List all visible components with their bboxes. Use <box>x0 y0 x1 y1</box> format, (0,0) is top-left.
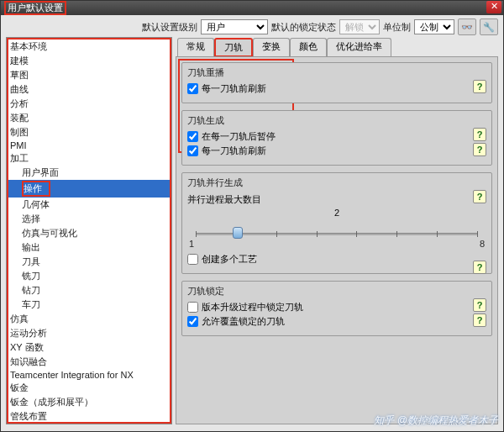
tree-item[interactable]: XY 函数 <box>7 340 171 355</box>
tree-item[interactable]: 管线布置 <box>7 409 171 424</box>
cb-gen-refresh[interactable] <box>187 145 198 156</box>
slider-thumb[interactable] <box>233 227 243 239</box>
tree-item[interactable]: 加工 <box>7 151 171 166</box>
group-parallel: 刀轨并行生成 并行进程最大数目 2 18 创建多个工艺 ? ? <box>181 172 492 274</box>
group-replay: 刀轨重播 每一刀轨前刷新 ? <box>181 62 492 103</box>
tree-item[interactable]: 曲线 <box>7 82 171 97</box>
tree-item[interactable]: 建模 <box>7 54 171 68</box>
unit-select[interactable]: 公制 <box>414 19 454 34</box>
help-icon[interactable]: ? <box>473 313 486 327</box>
tree-item[interactable]: Teamcenter Integration for NX <box>7 369 171 381</box>
cb-replay-label: 每一刀轨前刷新 <box>202 82 266 95</box>
tree-item[interactable]: 仿真与可视化 <box>7 226 171 240</box>
tree-item[interactable]: 仿真 <box>7 312 171 326</box>
help-icon[interactable]: ? <box>473 298 486 312</box>
tab[interactable]: 常规 <box>177 38 214 57</box>
cb-gen-refresh-label: 每一刀轨前刷新 <box>202 145 266 157</box>
level-label: 默认设置级别 <box>142 21 197 34</box>
tree-item[interactable]: 分析 <box>7 97 171 111</box>
help-icon[interactable]: ? <box>473 128 486 141</box>
tree-item[interactable]: 草图 <box>7 68 171 82</box>
tree-item[interactable]: 用户界面 <box>7 166 171 180</box>
glasses-icon[interactable]: 👓 <box>458 18 476 35</box>
tab[interactable]: 刀轨 <box>214 38 253 57</box>
tree-item[interactable]: 基本环境 <box>7 40 171 54</box>
tree-item[interactable]: PMI <box>7 140 171 151</box>
cb-lock-upgrade[interactable] <box>187 302 198 313</box>
close-icon[interactable]: ✕ <box>486 1 501 13</box>
slider-track[interactable] <box>196 233 478 235</box>
tree-item[interactable]: 装配 <box>7 111 171 125</box>
group-generate: 刀轨生成 在每一刀轨后暂停 每一刀轨前刷新 ? ? <box>181 110 492 166</box>
help-icon[interactable]: ? <box>473 261 486 274</box>
tab-content: 刀轨重播 每一刀轨前刷新 ? 刀轨生成 在每一刀轨后暂停 每一刀轨前刷新 ? ?… <box>176 56 498 424</box>
tree-item[interactable]: 操作 <box>7 180 171 198</box>
tree-item[interactable]: 几何体 <box>7 198 171 212</box>
help-icon[interactable]: ? <box>473 80 486 93</box>
cb-lock-override-label: 允许覆盖锁定的刀轨 <box>202 315 285 328</box>
help-icon[interactable]: ? <box>473 143 486 156</box>
tree-item[interactable]: 制图 <box>7 125 171 140</box>
group-replay-title: 刀轨重播 <box>187 66 486 79</box>
level-select[interactable]: 用户 <box>201 19 268 34</box>
cb-multi-process[interactable] <box>187 254 198 265</box>
group-lock-title: 刀轨锁定 <box>187 285 486 298</box>
tree-item[interactable]: 钻刀 <box>7 283 171 298</box>
tree-item[interactable]: 知识融合 <box>7 355 171 369</box>
group-lock: 刀轨锁定 版本升级过程中锁定刀轨 允许覆盖锁定的刀轨 ? ? <box>181 281 492 336</box>
group-generate-title: 刀轨生成 <box>187 114 486 127</box>
tab[interactable]: 变换 <box>253 38 290 57</box>
tree-item[interactable]: 运动分析 <box>7 326 171 340</box>
tree-item[interactable]: 钣金（成形和展平） <box>7 395 171 409</box>
tabs: 常规刀轨变换颜色优化进给率 <box>176 37 498 56</box>
cb-multi-label: 创建多个工艺 <box>202 253 257 266</box>
window-title: 用户默认设置 <box>4 1 66 15</box>
tree-item[interactable]: 刀具 <box>7 255 171 269</box>
toolbar: 默认设置级别 用户 默认的锁定状态 解锁 单位制 公制 👓 🔧 <box>1 15 503 37</box>
cb-lock-upgrade-label: 版本升级过程中锁定刀轨 <box>202 301 303 313</box>
group-parallel-title: 刀轨并行生成 <box>187 176 486 189</box>
cb-replay-refresh[interactable] <box>187 83 198 94</box>
cb-lock-override[interactable] <box>187 316 198 327</box>
slider-max: 8 <box>480 239 485 249</box>
tree-item[interactable]: 选择 <box>7 212 171 226</box>
cb-gen-pause[interactable] <box>187 131 198 142</box>
tree-item[interactable]: 钣金 <box>7 381 171 395</box>
slider-min: 1 <box>189 239 194 249</box>
lock-state-select[interactable]: 解锁 <box>339 19 380 34</box>
tab[interactable]: 颜色 <box>290 38 327 57</box>
tool-icon[interactable]: 🔧 <box>480 18 498 35</box>
unit-label: 单位制 <box>383 21 411 34</box>
nav-tree[interactable]: 基本环境建模草图曲线分析装配制图PMI加工用户界面操作几何体选择仿真与可视化输出… <box>6 37 172 424</box>
tree-item[interactable]: 车刀 <box>7 298 171 312</box>
lock-state-label: 默认的锁定状态 <box>271 21 336 34</box>
tree-item[interactable]: 输出 <box>7 240 171 255</box>
cb-gen-pause-label: 在每一刀轨后暂停 <box>202 130 276 143</box>
help-icon[interactable]: ? <box>473 190 486 203</box>
slider-label: 并行进程最大数目 <box>187 192 486 208</box>
tree-item[interactable]: 铣刀 <box>7 269 171 283</box>
tab[interactable]: 优化进给率 <box>327 38 391 57</box>
titlebar: 用户默认设置 ✕ <box>1 1 503 15</box>
slider-value: 2 <box>187 208 486 218</box>
